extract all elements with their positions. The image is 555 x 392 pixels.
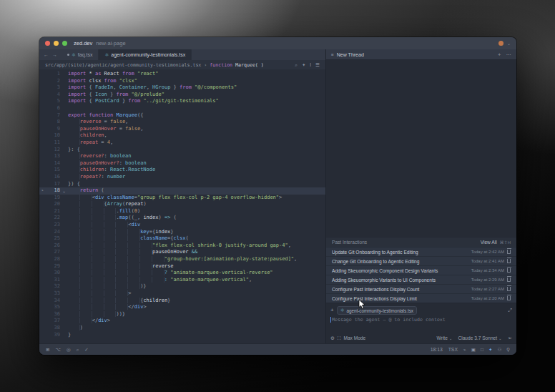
close-window-button[interactable] <box>45 41 50 46</box>
code-line[interactable]: 6 <box>39 105 325 112</box>
zoom-window-button[interactable] <box>62 41 67 46</box>
language-selector[interactable]: TSX <box>448 347 458 352</box>
project-name[interactable]: zed.dev <box>74 40 92 46</box>
nav-back-icon[interactable]: ← <box>44 52 49 57</box>
nav-forward-icon[interactable]: → <box>52 52 57 57</box>
code-line[interactable]: 31 : "animate-marquee-vertical", <box>39 277 325 284</box>
agent-settings-icon[interactable]: ⚙ <box>330 335 335 341</box>
code-text: children: React.ReactNode <box>68 167 325 174</box>
max-mode-label[interactable]: Max Mode <box>343 335 365 340</box>
view-all-button[interactable]: View All <box>481 240 497 245</box>
code-line[interactable]: 33 > <box>39 290 325 298</box>
code-line[interactable]: 10 children, <box>39 132 325 139</box>
chevron-down-icon: ⌄ <box>498 336 502 340</box>
mode-selector[interactable]: Write ⌄ <box>437 335 453 340</box>
code-line[interactable]: 15 children: React.ReactNode <box>39 167 325 174</box>
past-interaction-row[interactable]: Configure Past Interactions Display Coun… <box>326 284 516 293</box>
code-line[interactable]: 25 className={clsx( <box>39 235 325 242</box>
code-line[interactable]: 39} <box>39 332 325 339</box>
editor-controls-icon[interactable]: ☰ <box>315 62 320 68</box>
avatar[interactable] <box>498 41 504 46</box>
code-line[interactable]: 8 reverse = false, <box>39 119 325 126</box>
code-line[interactable]: 24 key={index} <box>39 229 325 236</box>
code-line[interactable]: 34 {children} <box>39 298 325 305</box>
trash-icon[interactable] <box>507 296 511 300</box>
context-chip[interactable]: ⚛ agent-community-testimonials.tsx <box>337 306 417 315</box>
assistant-icon[interactable]: ✦ <box>488 347 492 353</box>
code-line[interactable]: 38 ) <box>39 325 325 332</box>
code-line[interactable]: 36 ))} <box>39 311 325 318</box>
tab-agent-community-testimonials[interactable]: ⚛ agent-community-testimonials.tsx <box>99 49 192 60</box>
code-line[interactable]: 12}: { <box>39 147 325 154</box>
code-line[interactable]: 5import { PostCard } from "../git/git-te… <box>39 98 325 105</box>
trash-icon[interactable] <box>507 287 511 291</box>
max-mode-icon[interactable]: ⛶ <box>338 335 341 341</box>
code-line[interactable]: 32 )} <box>39 283 325 290</box>
check-icon[interactable]: ✓ <box>84 347 88 353</box>
model-selector[interactable]: Claude 3.7 Sonnet ⌄ <box>458 335 501 340</box>
breadcrumb[interactable]: src/app/(site)/agentic/agent-community-t… <box>39 60 325 69</box>
code-line[interactable]: 11 repeat = 4, <box>39 139 325 147</box>
new-thread-button[interactable]: + <box>498 52 501 58</box>
code-line[interactable]: 20 {Array(repeat) <box>39 201 325 208</box>
trash-icon[interactable] <box>507 268 511 273</box>
code-line[interactable]: 7export function Marquee({ <box>39 112 325 119</box>
past-interaction-row[interactable]: Configure Past Interactions Display Limi… <box>326 293 516 303</box>
code-line[interactable]: 9 pauseOnHover = false, <box>39 126 325 133</box>
terminal-icon[interactable]: ▣ <box>471 347 476 353</box>
docs-icon[interactable]: □ <box>481 347 483 352</box>
code-line[interactable]: 37 </div> <box>39 318 325 325</box>
mic-icon[interactable]: ⚲ <box>506 347 510 353</box>
buffer-search-icon[interactable]: ⌕ <box>295 62 298 68</box>
minimize-window-button[interactable] <box>54 41 59 46</box>
search-icon[interactable]: ⌕ <box>77 347 79 353</box>
code-line[interactable]: 16 repeat?: number <box>39 174 325 181</box>
trash-icon[interactable] <box>507 259 511 263</box>
code-line[interactable]: 3import { FadeIn, Container, HGroup } fr… <box>39 84 325 92</box>
code-line[interactable]: 23 <div <box>39 222 325 229</box>
past-interaction-row[interactable]: Update Git Onboarding to Agentic Editing… <box>326 247 516 256</box>
past-interaction-row[interactable]: Adding Skeuomorphic Variants to UI Compo… <box>326 275 516 284</box>
edit-prediction-icon[interactable]: ⌁ <box>463 347 466 353</box>
code-line[interactable]: 13 reverse?: boolean <box>39 153 325 160</box>
collab-icon[interactable]: ⚇ <box>497 347 501 353</box>
past-interaction-row[interactable]: Change Git Onboarding to Agentic Editing… <box>326 256 516 265</box>
code-line[interactable]: 22 .map((_, index) => ( <box>39 215 325 222</box>
code-line[interactable]: 28 "group-hover:[animation-play-state:pa… <box>39 256 325 263</box>
breadcrumb-path[interactable]: src/app/(site)/agentic/agent-community-t… <box>45 62 201 68</box>
code-line[interactable]: ➤18⌄ return ( <box>39 187 325 195</box>
fold-chevron-icon[interactable]: ⌄ <box>60 187 68 195</box>
code-line[interactable]: 27 pauseOnHover && <box>39 249 325 256</box>
expand-composer-icon[interactable]: ⤢ <box>508 308 512 313</box>
branch-name[interactable]: new-ai-page <box>96 40 125 46</box>
code-line[interactable]: 26 "flex flex-col shrink-0 justify-aroun… <box>39 242 325 250</box>
add-context-button[interactable]: + <box>330 308 334 313</box>
mode-label: Write <box>437 335 448 340</box>
chevron-down-icon[interactable]: ⌄ <box>507 41 511 46</box>
inline-assist-icon[interactable]: ✦ <box>302 62 305 68</box>
code-line[interactable]: 14 pauseOnHover?: boolean <box>39 160 325 167</box>
code-line[interactable]: 21 .fill(0) <box>39 208 325 215</box>
panel-more-icon[interactable]: ⋯ <box>506 52 512 58</box>
code-line[interactable]: 30 ? "animate-marquee-vertical-reverse" <box>39 270 325 277</box>
past-interaction-row[interactable]: Adding Skeuomorphic Component Design Var… <box>326 265 516 275</box>
tab-faq[interactable]: ⚛ faq.tsx <box>62 49 99 60</box>
trash-icon[interactable] <box>507 278 511 282</box>
code-line[interactable]: 17}) { <box>39 181 325 188</box>
send-button[interactable]: ➢ <box>508 335 512 341</box>
message-composer[interactable]: + ⚛ agent-community-testimonials.tsx ⤢ M… <box>326 303 516 343</box>
diagnostics-icon[interactable]: ◎ <box>67 347 71 353</box>
code-editor[interactable]: 1import * as React from "react"2import c… <box>39 69 325 343</box>
cursor-icon[interactable]: I <box>310 62 311 68</box>
code-line[interactable]: 19 <div className="group flex flex-col p… <box>39 195 325 202</box>
code-line[interactable]: 1import * as React from "react" <box>39 71 325 78</box>
code-line[interactable]: 35 </div> <box>39 304 325 311</box>
code-line[interactable]: 2import clsx from "clsx" <box>39 78 325 85</box>
code-line[interactable]: 29 reverse <box>39 263 325 270</box>
composer-placeholder[interactable]: Message the agent — @ to include context <box>332 317 446 323</box>
code-line[interactable]: 4import { Icon } from "@/prelude" <box>39 92 325 99</box>
fold-chevron-icon <box>60 242 68 250</box>
trash-icon[interactable] <box>507 250 511 254</box>
project-panel-icon[interactable]: ⊞ <box>46 347 49 353</box>
git-branch-icon[interactable]: ⌥ <box>55 347 61 353</box>
